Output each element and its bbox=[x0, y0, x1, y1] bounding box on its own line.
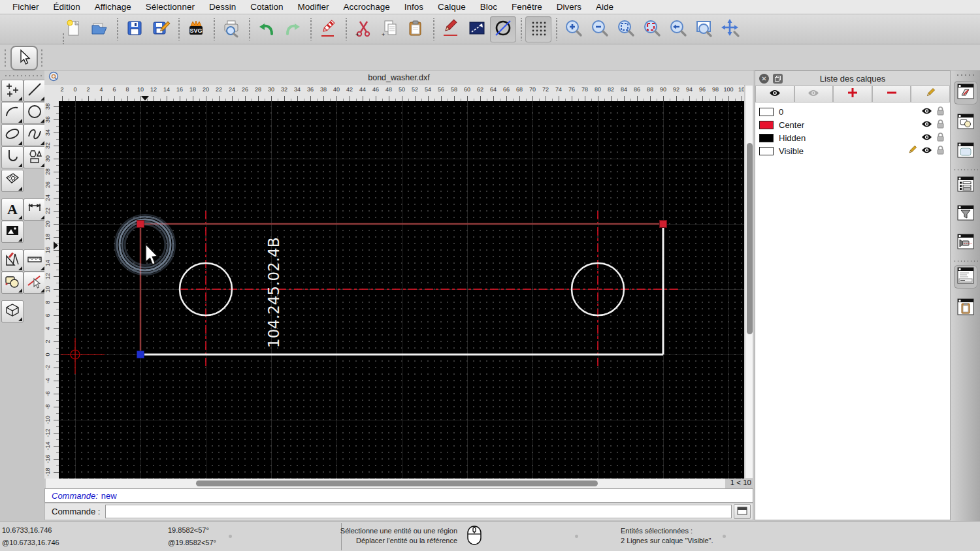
dock-command-line-button[interactable] bbox=[954, 265, 977, 289]
zoom-select-button[interactable] bbox=[639, 16, 665, 42]
menu-item-13[interactable]: Aide bbox=[589, 2, 621, 12]
vertical-scrollbar-thumb[interactable] bbox=[747, 143, 753, 334]
menu-item-4[interactable]: Dessin bbox=[202, 2, 243, 12]
menu-item-1[interactable]: Édition bbox=[46, 2, 88, 12]
command-input[interactable] bbox=[105, 505, 732, 518]
layer-lock-icon[interactable] bbox=[936, 145, 945, 157]
export-svg-button[interactable]: SVG bbox=[183, 16, 209, 42]
ruler-left-label: -6 bbox=[44, 387, 57, 400]
layer-row-visible[interactable]: Visible bbox=[755, 144, 950, 157]
ruler-left-label: -14 bbox=[44, 439, 57, 452]
layer-visibility-eye-icon[interactable] bbox=[921, 120, 932, 130]
open-file-button[interactable] bbox=[86, 16, 112, 42]
print-preview-button[interactable] bbox=[218, 16, 244, 42]
save-button[interactable] bbox=[122, 16, 148, 42]
horizontal-scrollbar[interactable] bbox=[46, 479, 725, 488]
dock-drag-handle[interactable] bbox=[956, 74, 975, 76]
zoom-out-button[interactable] bbox=[587, 16, 613, 42]
tool-image-button[interactable] bbox=[1, 221, 24, 243]
layer-visibility-eye-icon[interactable] bbox=[921, 133, 932, 143]
dock-library-browser-button[interactable] bbox=[954, 140, 977, 163]
palette-drag-handle[interactable] bbox=[4, 74, 42, 77]
remove-layer-button[interactable] bbox=[872, 86, 911, 102]
tool-polyline-button[interactable] bbox=[1, 146, 24, 168]
tool-ellipse-button[interactable] bbox=[1, 124, 24, 146]
horizontal-scrollbar-thumb[interactable] bbox=[196, 480, 598, 486]
close-icon[interactable]: ✕ bbox=[759, 74, 769, 84]
tool-text-button[interactable]: A bbox=[1, 198, 24, 221]
zoom-in-icon bbox=[564, 18, 583, 40]
dock-layer-list-button[interactable] bbox=[954, 81, 977, 104]
tool-deselect-button[interactable] bbox=[24, 272, 46, 294]
layer-row-hidden[interactable]: Hidden bbox=[755, 131, 950, 144]
hide-all-layers-button[interactable] bbox=[794, 86, 834, 102]
menu-item-8[interactable]: Infos bbox=[397, 2, 431, 12]
dock-clipboard-button[interactable] bbox=[954, 296, 977, 320]
cut-button[interactable]: + bbox=[350, 16, 376, 42]
dock-entity-list-button[interactable] bbox=[954, 174, 977, 197]
undo-icon bbox=[257, 18, 276, 40]
layer-lock-icon[interactable] bbox=[936, 132, 945, 144]
delete-eraser-button[interactable] bbox=[315, 16, 341, 42]
tool-dimension-button[interactable] bbox=[24, 198, 46, 221]
layer-panel-titlebar[interactable]: ✕ Liste des calques bbox=[755, 71, 950, 86]
menu-item-9[interactable]: Calque bbox=[431, 2, 473, 12]
toolbar-drag-handle[interactable] bbox=[41, 48, 43, 67]
add-layer-button[interactable] bbox=[833, 86, 872, 102]
zoom-window-button[interactable] bbox=[691, 16, 717, 42]
redo-button[interactable] bbox=[280, 16, 306, 42]
tool-block-button[interactable] bbox=[1, 272, 24, 294]
edit-layer-button[interactable] bbox=[911, 86, 950, 102]
tool-modify-button[interactable] bbox=[1, 249, 24, 272]
ruler-left-label: 20 bbox=[44, 217, 57, 230]
dock-selection-filter-button[interactable] bbox=[954, 202, 977, 226]
layer-lock-icon[interactable] bbox=[936, 106, 945, 118]
grid-toggle-button[interactable] bbox=[525, 16, 551, 42]
menu-item-2[interactable]: Affichage bbox=[88, 2, 139, 12]
vertical-scrollbar[interactable] bbox=[745, 85, 753, 479]
paste-button[interactable] bbox=[402, 16, 429, 42]
draft-circle-button[interactable] bbox=[490, 16, 516, 42]
tool-arc-button[interactable] bbox=[1, 102, 24, 124]
menu-item-5[interactable]: Cotation bbox=[243, 2, 290, 12]
command-keyboard-button[interactable] bbox=[734, 504, 751, 519]
tool-spline-button[interactable] bbox=[24, 124, 46, 146]
zoom-in-button[interactable] bbox=[561, 16, 587, 42]
menu-item-10[interactable]: Bloc bbox=[473, 2, 504, 12]
copy-button[interactable]: + bbox=[376, 16, 402, 42]
zoom-auto-button[interactable] bbox=[613, 16, 639, 42]
tool-points-button[interactable] bbox=[1, 80, 24, 102]
show-all-layers-button[interactable] bbox=[755, 86, 794, 102]
zoom-pan-button[interactable] bbox=[717, 16, 743, 42]
tool-hatch-button[interactable] bbox=[1, 170, 24, 192]
drawing-canvas[interactable]: 104.245.02.4B bbox=[59, 101, 744, 479]
tool-line-button[interactable] bbox=[24, 80, 46, 102]
selection-window-button[interactable] bbox=[464, 16, 490, 42]
tool-measure-button[interactable] bbox=[24, 249, 46, 272]
menu-item-3[interactable]: Sélectionner bbox=[139, 2, 202, 12]
menu-item-7[interactable]: Accrochage bbox=[336, 2, 397, 12]
tool-circle-button[interactable] bbox=[24, 102, 46, 124]
float-panel-icon[interactable] bbox=[773, 74, 783, 84]
menu-item-11[interactable]: Fenêtre bbox=[504, 2, 549, 12]
menu-item-0[interactable]: Fichier bbox=[5, 2, 46, 12]
dock-quick-info-button[interactable] bbox=[954, 231, 977, 255]
toolbar-drag-handle[interactable] bbox=[4, 48, 7, 67]
layer-visibility-eye-icon[interactable] bbox=[921, 107, 932, 117]
save-as-button[interactable] bbox=[148, 16, 174, 42]
svg-text:+: + bbox=[355, 31, 359, 38]
document-titlebar[interactable]: bond_washer.dxf bbox=[44, 71, 753, 86]
tool-shapes-button[interactable] bbox=[24, 146, 46, 168]
zoom-previous-button[interactable] bbox=[665, 16, 691, 42]
tool-solid3d-button[interactable] bbox=[1, 300, 24, 323]
undo-button[interactable] bbox=[253, 16, 280, 42]
pen-edit-button[interactable] bbox=[438, 16, 464, 42]
layer-row-center[interactable]: Center bbox=[755, 118, 950, 131]
menu-item-12[interactable]: Divers bbox=[549, 2, 589, 12]
menu-item-6[interactable]: Modifier bbox=[290, 2, 336, 12]
dock-block-list-button[interactable] bbox=[954, 111, 977, 134]
layer-row-0[interactable]: 0 bbox=[755, 105, 950, 118]
layer-visibility-eye-icon[interactable] bbox=[921, 146, 932, 156]
select-tool-button[interactable] bbox=[10, 46, 38, 71]
layer-lock-icon[interactable] bbox=[936, 119, 945, 131]
